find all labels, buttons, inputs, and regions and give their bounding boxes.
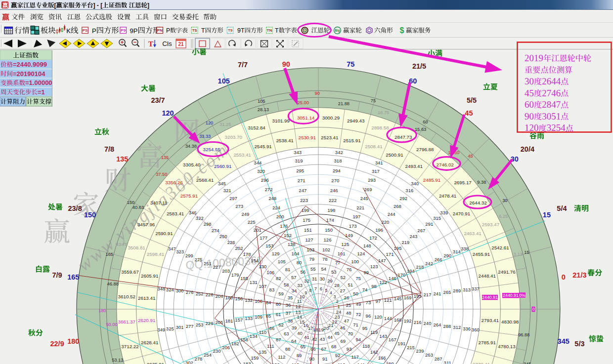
svg-text:6: 6: [320, 286, 322, 291]
svg-text:T: T: [201, 27, 205, 34]
svg-text:92: 92: [335, 353, 341, 358]
svg-text:295: 295: [296, 168, 304, 173]
svg-text:153: 153: [265, 243, 273, 248]
svg-text:20/4: 20/4: [521, 145, 534, 153]
svg-text:167: 167: [389, 337, 396, 342]
svg-text:143: 143: [379, 333, 387, 339]
svg-text:30: 30: [525, 76, 534, 86]
svg-text:263: 263: [425, 352, 433, 358]
svg-text:59: 59: [278, 291, 284, 296]
svg-text:222: 222: [329, 198, 337, 203]
svg-text:78: 78: [322, 256, 328, 262]
svg-text:3051.14: 3051.14: [297, 115, 315, 121]
svg-text:36: 36: [286, 302, 291, 308]
svg-text:274: 274: [212, 228, 219, 233]
svg-text:178: 178: [243, 251, 251, 257]
svg-text:107: 107: [259, 283, 266, 289]
svg-text:151: 151: [304, 227, 312, 233]
svg-text:2523.41: 2523.41: [321, 135, 338, 140]
svg-text:248: 248: [268, 196, 276, 201]
svg-text:108: 108: [255, 298, 263, 304]
svg-text:312: 312: [453, 324, 461, 330]
svg-text:344: 344: [254, 160, 262, 165]
svg-text:12: 12: [296, 304, 301, 309]
svg-text:174: 174: [326, 217, 334, 223]
svg-text:21: 21: [178, 41, 184, 47]
svg-text:9T: 9T: [237, 27, 245, 34]
svg-text:245: 245: [360, 196, 368, 201]
svg-text:294: 294: [333, 168, 341, 173]
svg-text:34.38: 34.38: [185, 144, 197, 149]
svg-text:29: 29: [327, 278, 333, 283]
svg-text:216: 216: [414, 320, 422, 325]
svg-text:191: 191: [397, 341, 405, 346]
svg-text:4780.13: 4780.13: [498, 344, 516, 349]
svg-text:15: 15: [543, 211, 551, 219]
svg-text:5/3: 5/3: [574, 340, 584, 348]
svg-text:P: P: [92, 27, 96, 35]
svg-text:253: 253: [196, 322, 204, 327]
svg-text:183: 183: [243, 361, 251, 364]
svg-text:3101.99: 3101.99: [272, 118, 289, 123]
svg-text:324: 324: [166, 287, 174, 292]
svg-text:325: 325: [166, 326, 174, 331]
svg-text:7/9: 7/9: [52, 271, 62, 279]
svg-text:2746: 2746: [542, 88, 561, 98]
svg-text:103: 103: [306, 247, 314, 252]
svg-text:165: 165: [67, 273, 79, 281]
svg-text:173: 173: [349, 223, 357, 229]
svg-text:219: 219: [401, 240, 409, 245]
svg-text:120: 120: [206, 121, 214, 125]
svg-text:50.00: 50.00: [106, 322, 117, 327]
svg-text:152: 152: [284, 233, 292, 238]
svg-text:135: 135: [161, 155, 169, 160]
svg-text:47: 47: [344, 318, 350, 324]
svg-text:2583.41: 2583.41: [167, 211, 184, 216]
svg-text:314: 314: [453, 249, 461, 254]
svg-text:7: 7: [314, 286, 317, 291]
svg-text:3407.11: 3407.11: [150, 200, 168, 205]
svg-text:3254: 3254: [547, 122, 566, 133]
svg-text:4830.98: 4830.98: [501, 319, 519, 324]
svg-text:2530.91: 2530.91: [298, 135, 315, 140]
svg-text:71: 71: [353, 322, 358, 327]
svg-text:2448.41: 2448.41: [479, 273, 496, 279]
svg-text:109: 109: [255, 314, 263, 320]
svg-text:25: 25: [346, 302, 351, 308]
svg-text:200: 200: [276, 214, 284, 219]
svg-text:2440.91: 2440.91: [482, 295, 498, 300]
svg-text:347: 347: [168, 246, 176, 251]
svg-text:145: 145: [394, 296, 402, 301]
svg-text:202: 202: [235, 245, 243, 251]
svg-text:74: 74: [362, 287, 368, 292]
svg-text:9.38: 9.38: [477, 180, 486, 185]
svg-text:86: 86: [269, 325, 275, 331]
svg-text:221: 221: [356, 205, 364, 210]
svg-text:148: 148: [363, 243, 371, 248]
svg-text:203: 203: [222, 268, 230, 274]
svg-text:43.75: 43.75: [116, 242, 128, 247]
svg-text:85: 85: [266, 313, 271, 319]
svg-text:33.33: 33.33: [199, 134, 211, 139]
svg-text:136: 136: [272, 362, 280, 364]
svg-text:2593.47: 2593.47: [482, 222, 499, 227]
svg-text:206: 206: [222, 345, 230, 350]
svg-text:215: 215: [407, 345, 415, 350]
svg-text:247: 247: [299, 188, 306, 193]
svg-text:21.88: 21.88: [338, 101, 350, 106]
svg-text:K: K: [66, 27, 71, 35]
svg-text:62: 62: [278, 322, 284, 327]
svg-text:251: 251: [204, 261, 212, 266]
svg-text:199: 199: [302, 207, 309, 213]
svg-text:3000.29: 3000.29: [322, 115, 340, 121]
svg-text:113: 113: [292, 362, 299, 364]
svg-text:265: 265: [443, 289, 451, 295]
svg-text:89: 89: [297, 353, 302, 358]
svg-text:T9: T9: [228, 28, 233, 33]
svg-text:2847.73: 2847.73: [394, 134, 412, 140]
svg-text:66: 66: [310, 346, 316, 352]
svg-text:118: 118: [362, 343, 370, 349]
svg-text:269: 269: [364, 187, 372, 192]
svg-text:2508.41: 2508.41: [365, 144, 382, 149]
svg-text:141: 141: [357, 362, 365, 364]
